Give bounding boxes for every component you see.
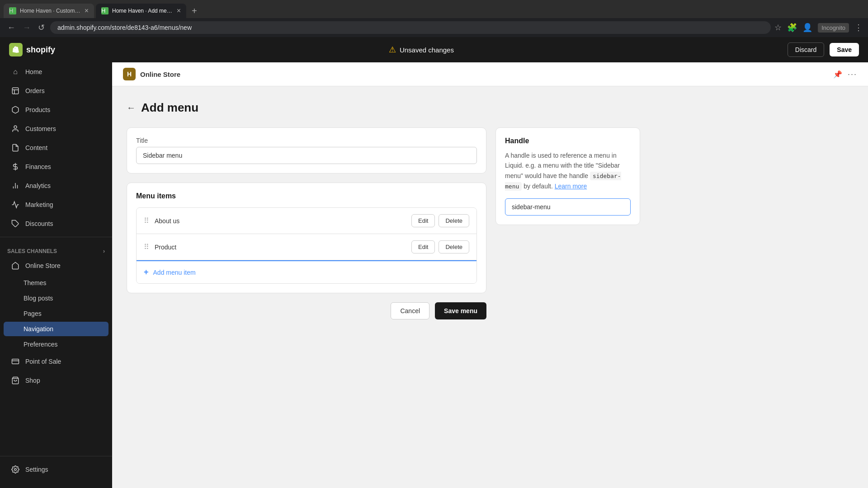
preferences-label: Preferences — [24, 341, 57, 348]
save-menu-button[interactable]: Save menu — [435, 302, 486, 319]
tab-title-2: Home Haven · Add menu · Sho... — [112, 8, 173, 14]
handle-input[interactable] — [505, 198, 631, 216]
title-card: Title — [127, 127, 486, 174]
bottom-actions: Cancel Save menu — [127, 302, 486, 319]
sales-channels-expand-icon[interactable]: › — [103, 248, 105, 254]
menu-items-list: ⠿ About us Edit Delete ⠿ Product — [136, 207, 477, 284]
learn-more-link[interactable]: Learn more — [555, 183, 587, 190]
tab-close-2[interactable]: × — [177, 7, 181, 14]
page-content: ← Add menu Title Menu items ⠿ — [112, 86, 655, 334]
sidebar-sub-blog-posts[interactable]: Blog posts — [4, 291, 108, 305]
tab-close-1[interactable]: × — [85, 7, 89, 14]
sidebar-item-products[interactable]: Products — [4, 101, 108, 119]
menu-item-actions-2: Edit Delete — [411, 240, 469, 253]
drag-handle-2[interactable]: ⠿ — [144, 243, 149, 251]
sidebar-sub-navigation[interactable]: Navigation — [4, 322, 108, 336]
sidebar-sub-preferences[interactable]: Preferences — [4, 337, 108, 352]
header-actions: Discard Save — [788, 42, 859, 57]
forward-nav-button[interactable]: → — [21, 21, 33, 34]
back-button[interactable]: ← — [127, 103, 136, 113]
sidebar-item-pos[interactable]: Point of Sale — [4, 352, 108, 371]
online-store-icon — [11, 261, 20, 270]
new-tab-button[interactable]: + — [188, 4, 201, 18]
themes-label: Themes — [24, 279, 47, 286]
store-icon: H — [123, 68, 136, 80]
add-icon: + — [144, 267, 149, 277]
drag-handle-1[interactable]: ⠿ — [144, 216, 149, 225]
main-panel: Title Menu items ⠿ About us Edit — [127, 127, 486, 319]
refresh-button[interactable]: ↺ — [36, 21, 47, 34]
edit-button-1[interactable]: Edit — [411, 214, 435, 227]
handle-title: Handle — [505, 137, 631, 145]
sidebar-item-marketing[interactable]: Marketing — [4, 196, 108, 214]
extensions-icon[interactable]: 🧩 — [787, 23, 797, 33]
sidebar-item-home[interactable]: ⌂ Home — [4, 63, 108, 81]
sidebar-divider-2 — [0, 456, 112, 456]
sidebar-item-analytics[interactable]: Analytics — [4, 177, 108, 195]
pin-icon[interactable]: 📌 — [833, 70, 842, 79]
svg-rect-6 — [12, 359, 19, 364]
edit-button-2[interactable]: Edit — [411, 240, 435, 253]
home-icon: ⌂ — [11, 67, 20, 76]
sidebar-label-orders: Orders — [25, 87, 45, 94]
sidebar-sub-themes[interactable]: Themes — [4, 276, 108, 290]
sidebar: ⌂ Home Orders Products Customers Conte — [0, 62, 112, 488]
svg-rect-0 — [12, 88, 19, 94]
handle-desc-part2: by default. — [524, 183, 553, 190]
content-icon — [11, 143, 20, 152]
analytics-icon — [11, 181, 20, 190]
menu-icon[interactable]: ⋮ — [854, 23, 863, 33]
more-options-icon[interactable]: ··· — [848, 70, 857, 79]
address-bar[interactable] — [50, 21, 771, 34]
tab-bar: H Home Haven · Customize Sens... × H Hom… — [0, 0, 868, 18]
sidebar-item-online-store[interactable]: Online Store — [4, 257, 108, 275]
sidebar-item-settings[interactable]: Settings — [4, 460, 108, 479]
handle-description: A handle is used to reference a menu in … — [505, 150, 631, 191]
unsaved-changes-label: Unsaved changes — [400, 46, 454, 54]
pos-icon — [11, 357, 20, 366]
orders-icon — [11, 86, 20, 95]
sidebar-item-finances[interactable]: Finances — [4, 158, 108, 176]
sidebar-label-content: Content — [25, 144, 47, 151]
bookmark-icon[interactable]: ☆ — [774, 23, 782, 33]
incognito-label: Incognito — [818, 23, 849, 33]
menu-items-header: Menu items — [136, 192, 477, 200]
sidebar-label-finances: Finances — [25, 163, 51, 170]
back-nav-button[interactable]: ← — [5, 21, 17, 34]
tab-title-1: Home Haven · Customize Sens... — [20, 8, 81, 14]
menu-items-card: Menu items ⠿ About us Edit Delete — [127, 183, 486, 293]
sidebar-item-content[interactable]: Content — [4, 139, 108, 157]
sidebar-label-settings: Settings — [25, 466, 48, 473]
browser-tab-1[interactable]: H Home Haven · Customize Sens... × — [4, 4, 94, 18]
warning-icon: ⚠ — [389, 45, 396, 55]
cancel-button[interactable]: Cancel — [391, 302, 429, 319]
tab-favicon-2: H — [101, 7, 108, 14]
content-header-right: 📌 ··· — [833, 70, 857, 79]
store-name: Online Store — [140, 70, 180, 78]
sidebar-sub-pages[interactable]: Pages — [4, 306, 108, 321]
sidebar-item-orders[interactable]: Orders — [4, 82, 108, 100]
add-menu-item-row: + Add menu item — [137, 260, 476, 283]
header-save-button[interactable]: Save — [830, 43, 859, 56]
add-menu-item-button[interactable]: Add menu item — [153, 269, 196, 276]
sidebar-label-marketing: Marketing — [25, 201, 53, 208]
profile-icon[interactable]: 👤 — [802, 23, 812, 33]
sidebar-divider-1 — [0, 237, 112, 237]
browser-tab-2[interactable]: H Home Haven · Add menu · Sho... × — [96, 4, 186, 18]
sales-channels-label: Sales channels — [7, 248, 57, 254]
table-row: ⠿ Product Edit Delete — [137, 234, 476, 260]
sidebar-label-home: Home — [25, 68, 42, 75]
title-input[interactable] — [136, 147, 477, 164]
settings-icon — [11, 465, 20, 474]
discard-button[interactable]: Discard — [788, 42, 824, 57]
browser-chrome: H Home Haven · Customize Sens... × H Hom… — [0, 0, 868, 37]
sidebar-item-customers[interactable]: Customers — [4, 120, 108, 138]
discounts-icon — [11, 219, 20, 228]
sidebar-item-shop[interactable]: Shop — [4, 371, 108, 389]
sidebar-item-discounts[interactable]: Discounts — [4, 215, 108, 233]
navigation-label: Navigation — [24, 325, 53, 333]
delete-button-2[interactable]: Delete — [439, 240, 469, 253]
menu-item-actions-1: Edit Delete — [411, 214, 469, 227]
delete-button-1[interactable]: Delete — [439, 214, 469, 227]
handle-card: Handle A handle is used to reference a m… — [495, 127, 640, 225]
